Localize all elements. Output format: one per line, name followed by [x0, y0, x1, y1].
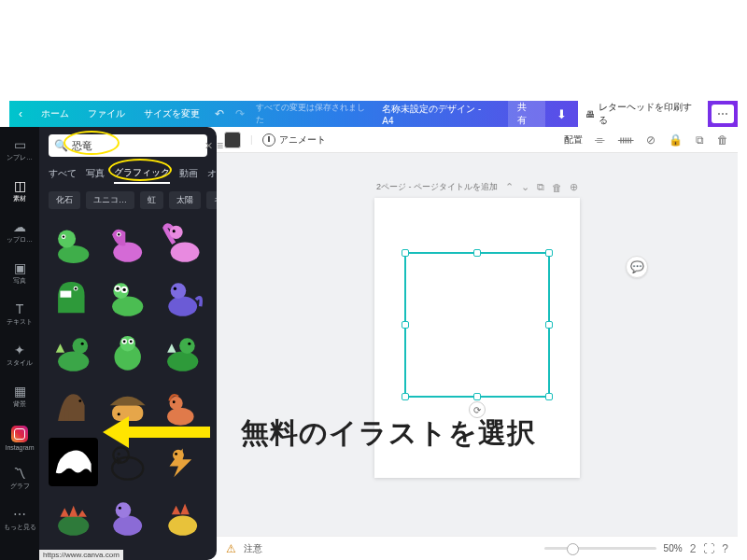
- add-page-icon[interactable]: ⊕: [570, 181, 578, 193]
- results-grid: [49, 218, 207, 541]
- resize-handle[interactable]: [402, 393, 409, 400]
- redo-button[interactable]: ↷: [230, 107, 250, 120]
- back-button[interactable]: ‹: [9, 107, 32, 120]
- fullscreen-icon[interactable]: ⛶: [703, 542, 714, 555]
- rail-elements[interactable]: ◫素材: [0, 172, 39, 211]
- search-box[interactable]: 🔍 ✕ ≡: [49, 134, 207, 157]
- page-up-icon[interactable]: ⌃: [505, 181, 514, 193]
- resize-handle[interactable]: [545, 249, 553, 257]
- result-item[interactable]: [104, 273, 153, 323]
- result-item[interactable]: [158, 383, 207, 432]
- rail-photos[interactable]: ▣写真: [0, 254, 39, 293]
- result-item[interactable]: [49, 218, 98, 268]
- rail-templates[interactable]: ▭ンプレ…: [0, 131, 39, 170]
- canvas-area[interactable]: 2ページ - ページタイトルを追加 ⌃ ⌄ ⧉ 🗑 ⊕ ⟳ 💬: [217, 153, 738, 536]
- rail-background[interactable]: ▦背景: [0, 377, 39, 416]
- chip-unicorn[interactable]: ユニコ…: [86, 191, 134, 209]
- tab-video[interactable]: 動画: [179, 167, 198, 183]
- result-item[interactable]: [158, 492, 207, 541]
- comment-button[interactable]: 💬: [626, 256, 648, 278]
- svg-point-49: [119, 507, 121, 510]
- rail-more[interactable]: ⋯もっと見る: [0, 500, 39, 539]
- rail-text[interactable]: Tテキスト: [0, 295, 39, 334]
- svg-point-6: [118, 233, 120, 235]
- fill-color-picker[interactable]: [224, 132, 241, 148]
- page-down-icon[interactable]: ⌄: [521, 181, 529, 193]
- result-item[interactable]: [104, 438, 153, 487]
- result-item[interactable]: [158, 273, 207, 323]
- lock-icon[interactable]: 🔒: [667, 133, 684, 147]
- animate-button[interactable]: アニメート: [262, 133, 326, 147]
- link-icon[interactable]: ⊘: [644, 133, 657, 147]
- result-item[interactable]: [49, 273, 98, 323]
- result-item[interactable]: [104, 492, 153, 541]
- resize-handle[interactable]: [473, 393, 481, 400]
- resize-handle[interactable]: [545, 393, 553, 400]
- chip-rainbow[interactable]: 虹: [140, 191, 163, 209]
- search-icon: 🔍: [54, 139, 68, 152]
- tab-photos[interactable]: 写真: [86, 167, 105, 183]
- notes-button[interactable]: 注意: [244, 542, 262, 555]
- svg-point-1: [58, 230, 76, 247]
- rail-charts[interactable]: 〽グラフ: [0, 459, 39, 498]
- context-toolbar: | アニメート 配置 ⌯ ᚔ ⊘ 🔒 ⧉ 🗑: [217, 127, 738, 153]
- search-input[interactable]: [72, 140, 201, 151]
- result-item[interactable]: [158, 328, 207, 377]
- clear-search-icon[interactable]: ✕: [204, 140, 213, 152]
- rail-styles[interactable]: ✦スタイル: [0, 336, 39, 375]
- warning-icon[interactable]: ⚠: [226, 542, 236, 555]
- rail-instagram[interactable]: Instagram: [0, 418, 39, 457]
- result-item[interactable]: [104, 383, 153, 432]
- svg-point-47: [114, 516, 143, 536]
- delete-page-icon[interactable]: 🗑: [552, 182, 562, 193]
- result-item[interactable]: [49, 492, 98, 541]
- result-item[interactable]: [104, 328, 153, 377]
- svg-point-24: [80, 343, 83, 345]
- duplicate-page-icon[interactable]: ⧉: [537, 181, 544, 193]
- chip-fossil[interactable]: 化石: [49, 191, 80, 209]
- result-item[interactable]: [49, 383, 98, 432]
- result-item[interactable]: [158, 438, 207, 487]
- svg-point-38: [167, 407, 193, 425]
- position-button[interactable]: 配置: [564, 133, 583, 147]
- tab-graphics[interactable]: グラフィック: [114, 166, 170, 184]
- undo-button[interactable]: ↶: [209, 107, 230, 120]
- resize-handle[interactable]: [402, 249, 409, 257]
- selection-frame[interactable]: ⟳: [404, 252, 550, 398]
- file-menu[interactable]: ファイル: [78, 107, 134, 120]
- result-item[interactable]: [49, 328, 98, 377]
- share-button[interactable]: 共有: [508, 98, 545, 130]
- download-button[interactable]: ⬇: [549, 107, 574, 121]
- page-count-indicator[interactable]: 2: [690, 542, 697, 555]
- resize-handle[interactable]: [402, 321, 409, 329]
- rail-uploads[interactable]: ☁ップロ…: [0, 213, 39, 252]
- duplicate-icon[interactable]: ⧉: [694, 133, 706, 147]
- delete-icon[interactable]: 🗑: [715, 133, 730, 147]
- print-button[interactable]: 🖶 レターヘッドを印刷する: [578, 98, 708, 130]
- result-item[interactable]: [49, 438, 98, 487]
- resize-handle[interactable]: [473, 249, 481, 257]
- page-title-input[interactable]: 2ページ - ページタイトルを追加: [376, 181, 498, 193]
- chip-sun[interactable]: 太陽: [169, 191, 201, 209]
- home-button[interactable]: ホーム: [32, 107, 78, 120]
- transparency-icon[interactable]: ⌯: [592, 133, 607, 147]
- svg-point-48: [116, 502, 132, 518]
- result-item[interactable]: [158, 218, 207, 268]
- svg-point-4: [114, 242, 143, 261]
- page-header: 2ページ - ページタイトルを追加 ⌃ ⌄ ⧉ 🗑 ⊕: [376, 181, 578, 193]
- tab-all[interactable]: すべて: [49, 167, 77, 183]
- result-item[interactable]: [104, 218, 153, 268]
- resize-menu[interactable]: サイズを変更: [134, 107, 209, 120]
- svg-point-16: [117, 287, 120, 290]
- help-icon[interactable]: ?: [722, 542, 728, 555]
- zoom-slider[interactable]: [544, 547, 656, 550]
- more-menu-button[interactable]: ⋯: [712, 105, 734, 123]
- document-title[interactable]: 名称未設定のデザイン - A4: [373, 103, 504, 126]
- svg-point-12: [75, 287, 77, 289]
- svg-point-31: [167, 351, 198, 371]
- resize-handle[interactable]: [545, 321, 553, 329]
- text-icon: T: [16, 302, 24, 315]
- crop-icon[interactable]: ᚔ: [616, 133, 635, 147]
- search-filter-icon[interactable]: ≡: [217, 139, 223, 152]
- zoom-level[interactable]: 50%: [664, 543, 683, 553]
